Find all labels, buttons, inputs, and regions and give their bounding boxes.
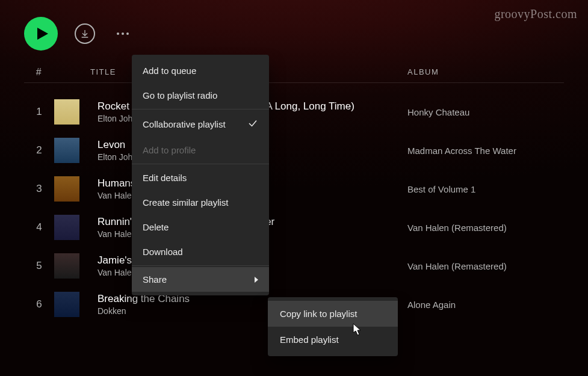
menu-add-to-profile: Add to profile	[132, 138, 269, 162]
check-icon	[247, 118, 258, 131]
track-album[interactable]: Alone Again	[407, 300, 564, 310]
track-number: 6	[24, 298, 54, 310]
menu-delete[interactable]: Delete	[132, 215, 269, 239]
menu-edit-details[interactable]: Edit details	[132, 165, 269, 190]
track-number: 5	[24, 260, 54, 272]
track-number: 4	[24, 221, 54, 233]
table-row[interactable]: 4 Runnin' with the Devil - 2015 Remaster…	[24, 208, 564, 247]
column-number: #	[24, 67, 54, 78]
share-submenu: Copy link to playlist Embed playlist	[268, 297, 398, 356]
album-art	[54, 99, 79, 125]
track-number: 1	[24, 106, 54, 118]
album-art	[54, 215, 79, 240]
track-album[interactable]: Madman Across The Water	[407, 146, 564, 156]
album-art	[54, 138, 79, 163]
menu-add-to-queue[interactable]: Add to queue	[132, 58, 269, 83]
watermark-text: groovyPost.com	[494, 7, 577, 21]
menu-item-label: Collaborative playlist	[143, 119, 226, 129]
table-row[interactable]: 5 Jamie's Cryin' Van Halen Van Halen (Re…	[24, 247, 564, 285]
track-album[interactable]: Van Halen (Remastered)	[407, 261, 564, 271]
album-art	[54, 176, 79, 202]
download-icon	[80, 29, 90, 39]
table-row[interactable]: 2 Levon Elton John Madman Across The Wat…	[24, 131, 564, 170]
menu-item-label: Share	[143, 274, 167, 285]
menu-playlist-radio[interactable]: Go to playlist radio	[132, 83, 269, 108]
submenu-copy-link[interactable]: Copy link to playlist	[268, 301, 398, 327]
album-art	[54, 292, 79, 317]
dot-icon	[117, 32, 119, 35]
context-menu: Add to queue Go to playlist radio Collab…	[132, 55, 269, 295]
menu-separator	[132, 265, 269, 266]
menu-download[interactable]: Download	[132, 239, 269, 264]
menu-create-similar[interactable]: Create similar playlist	[132, 190, 269, 215]
track-number: 2	[24, 144, 54, 156]
play-icon	[35, 26, 49, 41]
track-table: # TITLE ALBUM 1 Rocket Man (I Think It's…	[0, 61, 588, 324]
table-row[interactable]: 1 Rocket Man (I Think It's Going To Be A…	[24, 93, 564, 131]
dot-icon	[126, 32, 129, 35]
track-number: 3	[24, 183, 54, 195]
menu-share[interactable]: Share	[132, 267, 269, 292]
download-button[interactable]	[75, 23, 95, 44]
more-options-button[interactable]	[112, 28, 134, 40]
table-row[interactable]: 3 Humans Being Van Halen Best of Volume …	[24, 170, 564, 208]
track-album[interactable]: Honky Chateau	[407, 107, 564, 117]
submenu-embed-playlist[interactable]: Embed playlist	[268, 327, 398, 353]
dot-icon	[122, 32, 124, 35]
menu-separator	[132, 109, 269, 109]
menu-collaborative-playlist[interactable]: Collaborative playlist	[132, 111, 269, 138]
column-album: ALBUM	[407, 67, 564, 76]
track-album[interactable]: Best of Volume 1	[407, 184, 564, 194]
table-header-row: # TITLE ALBUM	[24, 61, 564, 83]
menu-separator	[132, 164, 269, 164]
chevron-right-icon	[255, 277, 258, 283]
track-album[interactable]: Van Halen (Remastered)	[407, 223, 564, 233]
album-art	[54, 253, 79, 279]
play-button[interactable]	[24, 17, 58, 51]
